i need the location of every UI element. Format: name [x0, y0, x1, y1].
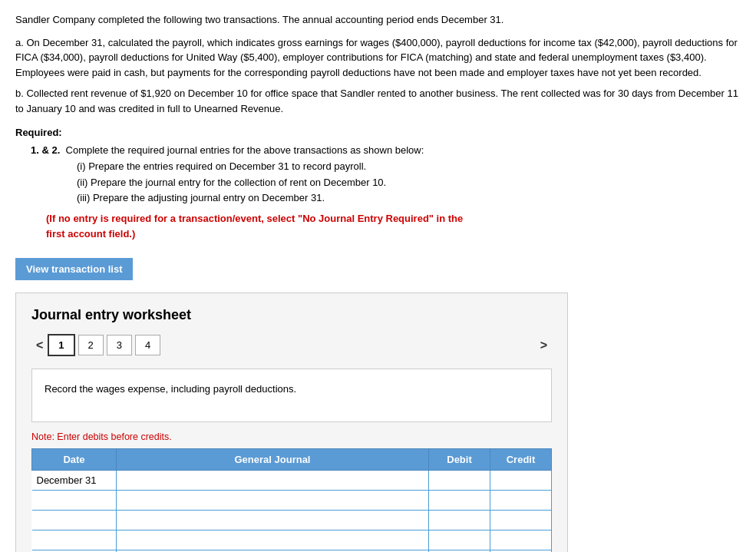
next-arrow[interactable]: > [536, 335, 552, 355]
journal-cell-3[interactable] [117, 511, 429, 531]
tab-1[interactable]: 1 [48, 334, 74, 356]
credit-cell-4[interactable] [490, 531, 552, 550]
worksheet-title: Journal entry worksheet [31, 307, 552, 323]
red-line1: (If no entry is required for a transacti… [46, 213, 463, 224]
debit-input-1[interactable] [429, 471, 490, 490]
instructions-block: (i) Prepare the entries required on Dece… [77, 159, 741, 207]
header-debit: Debit [429, 449, 490, 471]
header-journal: General Journal [117, 449, 429, 471]
credit-input-1[interactable] [490, 471, 551, 490]
description-text: Record the wages expense, including payr… [45, 383, 296, 395]
table-row [32, 491, 552, 511]
date-cell-1: December 31 [32, 471, 117, 491]
instruction-i: (i) Prepare the entries required on Dece… [77, 159, 741, 175]
debit-cell-1[interactable] [429, 471, 490, 491]
tab-3[interactable]: 3 [107, 335, 132, 355]
journal-input-4[interactable] [117, 531, 428, 550]
debit-cell-4[interactable] [429, 531, 490, 550]
date-cell-3 [32, 511, 117, 531]
credit-input-3[interactable] [490, 511, 551, 530]
instruction-iii: (iii) Prepare the adjusting journal entr… [77, 190, 741, 207]
header-date: Date [32, 449, 117, 471]
red-instruction: (If no entry is required for a transacti… [46, 211, 741, 241]
journal-cell-4[interactable] [117, 531, 429, 550]
credit-cell-2[interactable] [490, 491, 552, 511]
intro-text: Sandler Company completed the following … [15, 12, 741, 28]
debit-input-3[interactable] [429, 511, 490, 530]
transaction-a-label: a. [15, 37, 26, 48]
date-cell-2 [32, 491, 117, 511]
tab-2[interactable]: 2 [78, 335, 104, 355]
debit-cell-2[interactable] [429, 491, 490, 511]
required-section: Required: 1. & 2. Complete the required … [15, 127, 741, 241]
transaction-list: a. On December 31, calculated the payrol… [15, 35, 741, 117]
table-row [32, 511, 552, 531]
journal-table: Date General Journal Debit Credit Decemb… [31, 448, 552, 552]
journal-cell-2[interactable] [117, 491, 429, 511]
tab-navigation: < 1 2 3 4 > [31, 334, 552, 356]
transaction-a-text: On December 31, calculated the payroll, … [15, 37, 738, 78]
view-transaction-button[interactable]: View transaction list [15, 258, 133, 280]
instructions: 1. & 2. Complete the required journal en… [31, 143, 741, 207]
instruction-ii: (ii) Prepare the journal entry for the c… [77, 175, 741, 191]
header-credit: Credit [490, 449, 552, 471]
table-header: Date General Journal Debit Credit [32, 449, 552, 471]
credit-cell-3[interactable] [490, 511, 552, 531]
credit-input-2[interactable] [490, 491, 551, 510]
credit-input-4[interactable] [490, 531, 551, 550]
worksheet-container: Journal entry worksheet < 1 2 3 4 > Reco… [15, 293, 568, 552]
instruction-header: 1. & 2. Complete the required journal en… [31, 143, 741, 159]
debit-input-2[interactable] [429, 491, 490, 510]
note-text: Note: Enter debits before credits. [31, 431, 552, 442]
journal-input-2[interactable] [117, 491, 428, 510]
debit-cell-3[interactable] [429, 511, 490, 531]
required-label: Required: [15, 127, 741, 138]
transaction-b-label: b. [15, 88, 26, 99]
instruction-main: Complete the required journal entries fo… [66, 144, 424, 156]
description-box: Record the wages expense, including payr… [31, 369, 552, 422]
transaction-b-text: Collected rent revenue of $1,920 on Dece… [15, 88, 738, 114]
credit-cell-1[interactable] [490, 471, 552, 491]
journal-input-1[interactable] [117, 471, 428, 490]
journal-cell-1[interactable] [117, 471, 429, 491]
journal-input-3[interactable] [117, 511, 428, 530]
date-cell-4 [32, 531, 117, 550]
debit-input-4[interactable] [429, 531, 490, 550]
table-body: December 31 [32, 471, 552, 552]
instruction-number: 1. & 2. [31, 144, 60, 156]
transaction-a: a. On December 31, calculated the payrol… [15, 35, 741, 81]
table-row [32, 531, 552, 550]
prev-arrow[interactable]: < [31, 335, 48, 355]
table-row: December 31 [32, 471, 552, 491]
tab-4[interactable]: 4 [135, 335, 160, 355]
transaction-b: b. Collected rent revenue of $1,920 on D… [15, 86, 741, 116]
red-line2: first account field.) [46, 228, 135, 240]
